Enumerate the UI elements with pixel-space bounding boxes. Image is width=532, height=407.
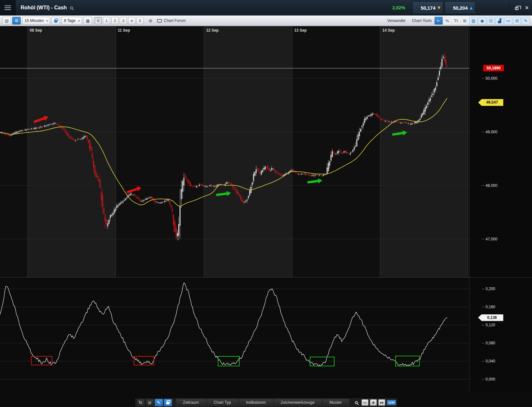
price-down-arrow-icon: ▼: [437, 5, 440, 10]
tick-mark: [482, 78, 484, 78]
chart-region: 08 Sep11 Sep12 Sep13 Sep14 Sep15 Sep 50,…: [0, 26, 532, 407]
zoom-out-button[interactable]: −: [361, 399, 368, 406]
percent-icon[interactable]: %: [443, 17, 451, 25]
chart-tools-icon-strip: ←%Tt⊞▥◉⊡▟▭⊟✎: [434, 17, 530, 25]
chart-forum-label: Chart Forum: [164, 18, 186, 23]
shape-icon[interactable]: ▭: [504, 17, 512, 25]
lock-interval-button[interactable]: [52, 17, 60, 25]
bottom-button-zeitraum[interactable]: Zeitraum: [176, 399, 206, 406]
date-label: 08 Sep: [30, 28, 42, 33]
zoom-icon[interactable]: [352, 399, 361, 406]
close-window-button[interactable]: ×: [522, 3, 532, 13]
panel-divider: [0, 277, 532, 278]
indicator-tick-label: 0,040: [482, 359, 495, 364]
lock-icon: [166, 402, 169, 404]
restore-window-button[interactable]: [511, 3, 522, 13]
date-label: 14 Sep: [382, 28, 395, 33]
change-percent: 2,82%: [392, 5, 405, 10]
price-tick-label: 50,000: [482, 76, 497, 81]
up-candle-wicks: [1, 54, 443, 240]
calendar-icon[interactable]: ▦: [84, 17, 92, 25]
close-icon: ×: [525, 5, 529, 11]
speed-step-buttons: S12345: [94, 17, 144, 24]
restore-window-icon: [515, 7, 518, 10]
price-axis[interactable]: 50,1890 49,547 0,136 50,00049,00048,0004…: [469, 26, 532, 393]
menu-button[interactable]: [0, 0, 15, 15]
date-label: 13 Sep: [294, 28, 307, 33]
step-button-3[interactable]: 3: [120, 17, 127, 24]
buy-price-value: 50,204: [453, 5, 468, 11]
price-gridlines: [0, 68, 469, 239]
numbers-badge[interactable]: 1234: [387, 400, 396, 405]
price-chart[interactable]: [0, 36, 469, 278]
step-button-5[interactable]: 5: [136, 17, 144, 24]
settings-gear-icon[interactable]: ⚙: [12, 17, 21, 25]
last-price-tag: 50,1890: [483, 65, 504, 71]
range-dropdown[interactable]: 8 Tage ▾: [62, 17, 82, 25]
fit-chart-icon[interactable]: ↔: [378, 399, 385, 406]
bottom-button-zeichenwerkzeuge[interactable]: Zeichenwerkzeuge: [273, 399, 322, 406]
buy-price-button[interactable]: 50,204 ▲: [445, 1, 476, 14]
candlestick-icon[interactable]: ▥: [469, 17, 477, 25]
bottom-button-chart-typ[interactable]: Chart Typ: [206, 399, 238, 406]
indicator-tick-label: 0,000: [482, 377, 495, 382]
chart-toolbar: ▤ ⚙ 15 Minuten ▾ 8 Tage ▾ ▦ S12345 ⚙ Cha…: [0, 15, 532, 26]
step-button-4[interactable]: 4: [128, 17, 135, 24]
sell-price-value: 50,174: [421, 5, 436, 11]
moving-average-tag: 49,547: [478, 99, 503, 106]
chart-tools-label: Chart-Tools: [409, 18, 434, 23]
bottom-button-muster[interactable]: Muster: [322, 399, 349, 406]
step-button-2[interactable]: 2: [111, 17, 118, 24]
tick-mark: [482, 239, 484, 239]
tick-mark: [482, 361, 484, 361]
draw-style-icon[interactable]: ✎: [522, 17, 530, 25]
price-tick-label: 47,000: [482, 237, 497, 242]
pin-icon[interactable]: ◉: [478, 17, 486, 25]
disable-drawing-icon[interactable]: ⊘: [146, 399, 154, 406]
chevron-down-icon: ▾: [78, 19, 80, 23]
zoom-in-button[interactable]: +: [370, 399, 377, 406]
down-candle-bodies: [3, 56, 448, 238]
price-tick-label: 49,000: [482, 129, 497, 135]
bottom-toolbar: ↻ ⊘ ✎ ZeitraumChart TypIndikatorenZeiche…: [135, 398, 397, 407]
tick-mark: [482, 307, 484, 307]
chart-forum-button[interactable]: Chart Forum: [157, 18, 186, 23]
bottom-button-indikatoren[interactable]: Indikatoren: [238, 399, 273, 406]
magnifier-icon: [355, 401, 358, 404]
refresh-icon[interactable]: ↻: [136, 399, 145, 406]
font-size-icon[interactable]: Tt: [452, 17, 460, 25]
window-layout-icon[interactable]: ⊡: [487, 17, 495, 25]
indicator-line: [0, 283, 447, 366]
print-icon[interactable]: ⊟: [513, 17, 521, 25]
search-icon[interactable]: [70, 6, 73, 9]
lock-drawings-button[interactable]: [164, 399, 172, 406]
tick-mark: [482, 343, 484, 343]
tick-mark: [482, 379, 484, 380]
pencil-icon[interactable]: ✎: [155, 399, 163, 406]
range-value: 8 Tage: [64, 18, 75, 23]
chart-type-icon[interactable]: ▟: [496, 17, 504, 25]
chart-settings-gear-icon[interactable]: ⚙: [146, 17, 155, 25]
topbar-separator: [509, 3, 509, 13]
price-tick-label: 48,000: [482, 183, 497, 188]
date-axis: 08 Sep11 Sep12 Sep13 Sep14 Sep15 Sep: [0, 26, 532, 36]
tick-mark: [482, 325, 484, 325]
up-candle-bodies: [0, 57, 444, 236]
date-label: 11 Sep: [118, 28, 130, 33]
undo-icon[interactable]: ←: [435, 17, 443, 25]
chat-bubble-icon: [157, 19, 162, 23]
step-button-s[interactable]: S: [95, 17, 102, 24]
title-bar: Rohöl (WTI) - Cash 2,82% 50,174 ▼ 50,204…: [0, 0, 532, 15]
chevron-down-icon: ▾: [46, 19, 48, 23]
news-icon[interactable]: ▤: [3, 17, 11, 25]
step-button-1[interactable]: 1: [103, 17, 110, 24]
indicator-chart[interactable]: [0, 278, 469, 393]
indicator-tick-label: 0,200: [482, 286, 495, 291]
moving-average-line: [1, 98, 447, 206]
down-candle-wicks: [3, 53, 447, 239]
trading-platform-window: Rohöl (WTI) - Cash 2,82% 50,174 ▼ 50,204…: [0, 0, 532, 407]
sell-price-button[interactable]: 50,174 ▼: [412, 1, 443, 14]
related-button[interactable]: Verwandte: [383, 18, 409, 23]
interval-dropdown[interactable]: 15 Minuten ▾: [22, 17, 50, 25]
grid-icon[interactable]: ⊞: [461, 17, 469, 25]
